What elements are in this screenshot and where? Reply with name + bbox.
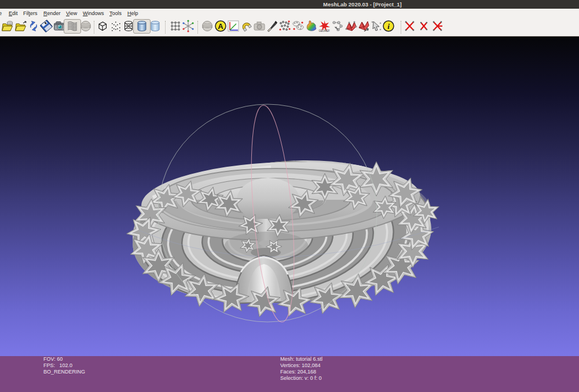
- svg-text:i: i: [387, 22, 390, 31]
- svg-text:A: A: [218, 22, 223, 31]
- svg-text:GEOREF: GEOREF: [318, 30, 329, 32]
